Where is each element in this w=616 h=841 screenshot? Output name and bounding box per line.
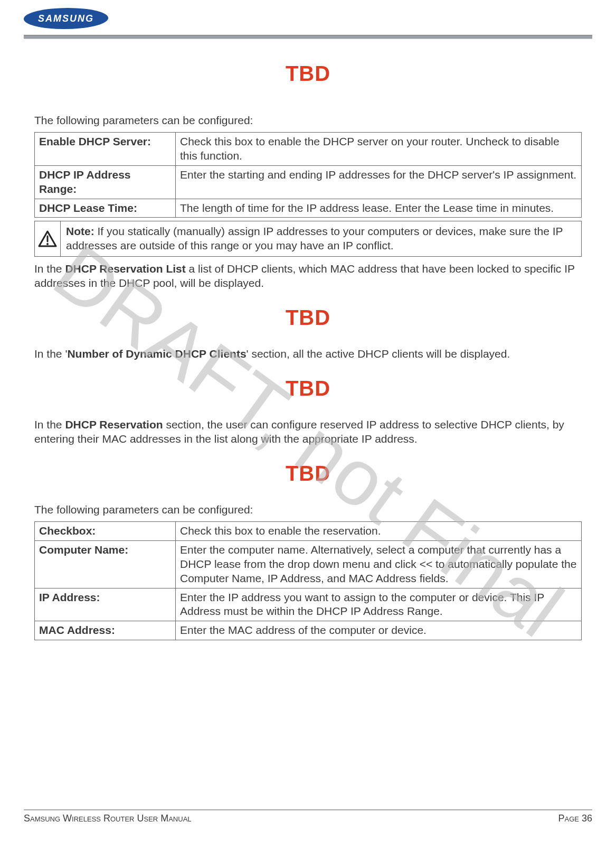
table-row: IP Address: Enter the IP address you wan… <box>35 588 582 621</box>
param-desc: Enter the starting and ending IP address… <box>176 165 582 199</box>
note-text: Note: If you statically (manually) assig… <box>61 221 581 256</box>
footer: Samsung Wireless Router User Manual Page… <box>24 813 592 824</box>
footer-left: Samsung Wireless Router User Manual <box>24 813 192 824</box>
param-desc: Enter the MAC address of the computer or… <box>176 621 582 640</box>
text: In the <box>34 418 65 431</box>
param-label: DHCP IP Address Range: <box>35 165 176 199</box>
text-strong: Number of Dynamic DHCP Clients <box>67 348 246 360</box>
warning-icon <box>35 221 61 256</box>
page: SAMSUNG DRAFT, not Final TBD The followi… <box>0 0 616 841</box>
table-row: MAC Address: Enter the MAC address of th… <box>35 621 582 640</box>
param-label: IP Address: <box>35 588 176 621</box>
table-row: Checkbox: Check this box to enable the r… <box>35 522 582 541</box>
content: DRAFT, not Final TBD The following param… <box>24 60 592 640</box>
tbd-2: TBD <box>34 304 582 331</box>
params-table-2: Checkbox: Check this box to enable the r… <box>34 521 582 640</box>
param-desc: Check this box to enable the reservation… <box>176 522 582 541</box>
table-row: DHCP Lease Time: The length of time for … <box>35 199 582 218</box>
tbd-3: TBD <box>34 375 582 402</box>
table-row: Computer Name: Enter the computer name. … <box>35 540 582 588</box>
dynamic-clients-paragraph: In the 'Number of Dynamic DHCP Clients' … <box>34 347 582 361</box>
table-row: DHCP IP Address Range: Enter the startin… <box>35 165 582 199</box>
param-desc: Check this box to enable the DHCP server… <box>176 133 582 166</box>
param-desc: Enter the IP address you want to assign … <box>176 588 582 621</box>
text-strong: DHCP Reservation <box>65 418 163 431</box>
svg-point-2 <box>46 243 49 245</box>
footer-right: Page 36 <box>558 813 592 824</box>
note-label: Note: <box>66 225 94 237</box>
header: SAMSUNG <box>24 5 592 32</box>
tbd-1: TBD <box>34 60 582 87</box>
note-box: Note: If you statically (manually) assig… <box>34 221 582 257</box>
param-label: Enable DHCP Server: <box>35 133 176 166</box>
reservation-list-paragraph: In the DHCP Reservation List a list of D… <box>34 262 582 291</box>
text: ' section, all the active DHCP clients w… <box>247 348 510 360</box>
logo-text: SAMSUNG <box>24 13 108 24</box>
params-table-1: Enable DHCP Server: Check this box to en… <box>34 132 582 218</box>
param-label: Computer Name: <box>35 540 176 588</box>
intro-2: The following parameters can be configur… <box>34 503 582 517</box>
param-desc: Enter the computer name. Alternatively, … <box>176 540 582 588</box>
intro-1: The following parameters can be configur… <box>34 114 582 128</box>
note-body: If you statically (manually) assign IP a… <box>66 225 563 251</box>
text: In the <box>34 263 65 275</box>
param-label: Checkbox: <box>35 522 176 541</box>
reservation-paragraph: In the DHCP Reservation section, the use… <box>34 418 582 446</box>
footer-rule <box>24 809 592 810</box>
table-row: Enable DHCP Server: Check this box to en… <box>35 133 582 166</box>
text-strong: DHCP Reservation List <box>65 263 185 275</box>
param-label: MAC Address: <box>35 621 176 640</box>
text: In the ' <box>34 348 67 360</box>
tbd-4: TBD <box>34 460 582 487</box>
param-desc: The length of time for the IP address le… <box>176 199 582 218</box>
param-label: DHCP Lease Time: <box>35 199 176 218</box>
samsung-logo: SAMSUNG <box>24 8 108 29</box>
header-rule <box>24 35 592 39</box>
